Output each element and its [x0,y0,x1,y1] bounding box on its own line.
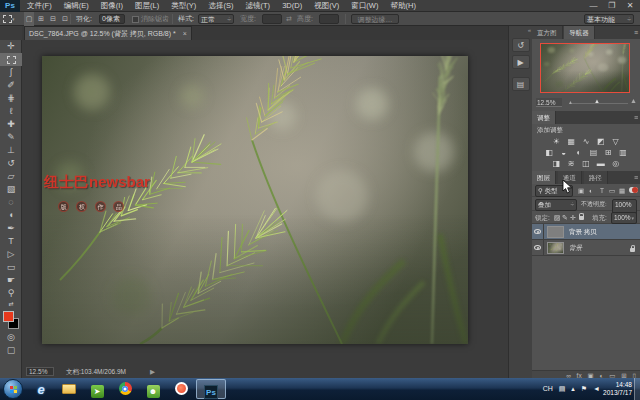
tab-paths[interactable]: 路径 [584,171,608,184]
dock-collapse-icon[interactable]: « [509,26,533,35]
taskbar-ie-icon[interactable]: e [28,379,54,399]
menu-edit[interactable]: 编辑(E) [59,0,94,12]
crop-tool[interactable]: ⋕ [0,92,22,105]
photo-filter-icon[interactable]: ▤ [587,147,600,158]
curves-icon[interactable]: ∿ [580,136,593,147]
swap-colors-icon[interactable]: ⇄ [0,300,22,309]
document-tab[interactable]: DSC_7864.JPG @ 12.5% (背景 拷贝, RGB/8) * × [24,26,192,40]
brightness-contrast-icon[interactable]: ☀ [550,136,563,147]
taskbar-messenger-icon[interactable]: ☻ [140,379,166,399]
layer-thumbnail-photo[interactable] [547,242,564,254]
screen-mode-button[interactable]: ▢ [0,344,22,357]
document-close-icon[interactable]: × [183,30,187,37]
move-tool[interactable]: ✛ [0,40,22,53]
status-zoom-input[interactable]: 12.5% [26,367,54,376]
menu-help[interactable]: 帮助(H) [386,0,421,12]
action-center-icon[interactable]: ⚑ [581,385,587,392]
invert-icon[interactable]: ◨ [550,158,563,169]
filter-pixel-icon[interactable]: ▣ [578,184,584,197]
status-menu-arrow-icon[interactable]: ▶ [150,366,155,378]
menu-layer[interactable]: 图层(L) [130,0,164,12]
language-indicator[interactable]: CH [543,385,553,392]
levels-icon[interactable]: ▦ [565,136,578,147]
lock-paint-icon[interactable]: ✎ [561,211,569,224]
healing-brush-tool[interactable]: ✚ [0,118,22,131]
visibility-toggle[interactable] [532,240,544,256]
layer-thumbnail-gray[interactable] [547,226,564,238]
type-tool[interactable]: T [0,235,22,248]
gradient-map-icon[interactable]: ▬ [594,158,607,169]
quick-mask-button[interactable]: ◎ [0,331,22,344]
blend-mode-select[interactable]: 叠加 ÷ [535,199,577,211]
navigator-zoom-input[interactable]: 12.5% [536,98,562,107]
clone-stamp-tool[interactable]: ⊥ [0,144,22,157]
menu-type[interactable]: 类型(Y) [166,0,201,12]
shape-tool[interactable]: ▭ [0,261,22,274]
hue-saturation-icon[interactable]: ◧ [542,147,555,158]
hand-tool[interactable]: ☛ [0,274,22,287]
tab-layers[interactable]: 图层 [532,171,556,184]
marquee-tool-preset-icon[interactable]: ▾ [3,12,15,26]
lock-move-icon[interactable]: ✛ [569,211,577,224]
filter-toggle-switch[interactable] [629,187,638,193]
panel-menu-icon[interactable]: ≡ [634,171,638,184]
selective-color-icon[interactable]: ◎ [609,158,622,169]
new-selection-icon[interactable]: ▢ [24,12,34,26]
style-select[interactable]: 正常 ÷ [198,14,234,24]
add-selection-icon[interactable]: ⊞ [36,12,46,26]
navigator-thumbnail[interactable] [540,43,630,93]
menu-view[interactable]: 视图(V) [309,0,344,12]
posterize-icon[interactable]: ≋ [565,158,578,169]
dodge-tool[interactable]: ◖ [0,209,22,222]
menu-3d[interactable]: 3D(D) [277,0,307,12]
lock-transparency-icon[interactable]: ▨ [553,211,561,224]
taskbar-green-app-icon[interactable]: ➤ [84,379,110,399]
filter-shape-icon[interactable]: ▭ [609,184,615,197]
start-button[interactable] [3,379,23,399]
history-panel-icon[interactable]: ↺ [512,38,530,52]
menu-filter[interactable]: 滤镜(T) [241,0,276,12]
tab-adjustments[interactable]: 调整 [532,111,556,124]
taskbar-explorer-icon[interactable] [56,379,82,399]
zoom-slider-track[interactable] [572,103,628,104]
gradient-tool[interactable]: ▧ [0,183,22,196]
intersect-selection-icon[interactable]: ⊡ [60,12,70,26]
zoom-out-icon[interactable]: ▲ [568,99,573,105]
restore-button[interactable]: ❐ [604,0,620,12]
actions-panel-icon[interactable]: ▶ [512,55,530,69]
lock-all-icon[interactable] [577,211,585,224]
menu-select[interactable]: 选择(S) [203,0,238,12]
color-lookup-icon[interactable]: ▥ [617,147,630,158]
fill-input[interactable]: 100%▾ [611,212,637,224]
eraser-tool[interactable]: ▱ [0,170,22,183]
width-input[interactable] [262,14,282,24]
close-button[interactable]: ✕ [622,0,638,12]
black-white-icon[interactable]: ◐ [572,147,585,158]
tab-navigator[interactable]: 导航器 [564,26,595,39]
channel-mixer-icon[interactable]: ⊞ [602,147,615,158]
refine-edge-button[interactable]: 调整边缘… [351,14,399,24]
lasso-tool[interactable]: ʃ [0,66,22,79]
zoom-tool[interactable]: ⚲ [0,287,22,300]
foreground-color-swatch[interactable] [3,311,14,322]
taskbar-security-app-icon[interactable] [168,379,194,399]
layer-name[interactable]: 背景 [569,240,582,256]
history-brush-tool[interactable]: ↺ [0,157,22,170]
threshold-icon[interactable]: ◫ [580,158,593,169]
taskbar-chrome-icon[interactable] [112,379,138,399]
hidden-icons-arrow[interactable]: ▴ [571,385,575,392]
panel-menu-icon[interactable]: ≡ [634,111,638,124]
path-selection-tool[interactable]: ▷ [0,248,22,261]
eyedropper-tool[interactable]: ℓ [0,105,22,118]
volume-icon[interactable]: ◄ [593,385,600,392]
menu-file[interactable]: 文件(F) [22,0,57,12]
exposure-icon[interactable]: ◩ [594,136,607,147]
filter-smartobject-icon[interactable]: ▦ [619,184,625,197]
vibrance-icon[interactable]: ▽ [609,136,622,147]
zoom-slider-thumb[interactable]: ▲ [594,98,600,104]
layer-row-background[interactable]: 背景 [532,240,640,256]
layer-name[interactable]: 背景 拷贝 [569,224,597,240]
canvas-pasteboard[interactable]: 纽士巴newsbar 版 权 作 品 [22,40,508,365]
workspace-select[interactable]: 基本功能÷ [584,14,634,24]
keyboard-tray-icon[interactable]: ▤ [559,385,566,392]
